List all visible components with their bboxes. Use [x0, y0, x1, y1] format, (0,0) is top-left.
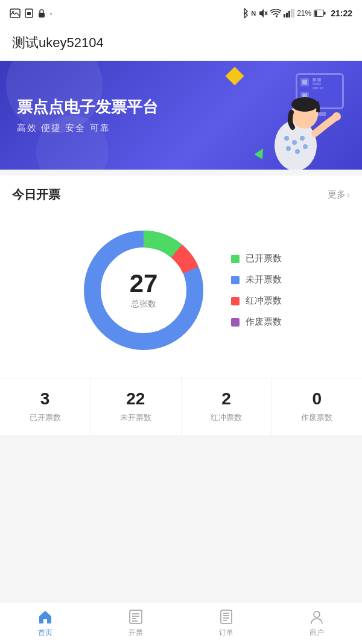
svg-point-49: [314, 611, 320, 617]
svg-rect-3: [27, 12, 31, 15]
image-icon: [10, 8, 21, 18]
order-icon: [218, 609, 234, 625]
stat-label-void: 作废票数: [272, 412, 362, 423]
donut-total: 27: [130, 271, 158, 296]
sim-icon: [24, 8, 34, 18]
stat-number-pending: 22: [91, 389, 180, 409]
status-bar-icons: ·: [10, 7, 52, 20]
mute-icon: [258, 8, 268, 18]
svg-point-24: [275, 120, 317, 170]
legend-label-void: 作废票数: [246, 316, 282, 328]
chart-legend: 已开票数 未开票数 红冲票数 作废票数: [231, 253, 282, 328]
stat-label-pending: 未开票数: [91, 412, 180, 423]
home-nav-icon: [37, 608, 54, 625]
svg-point-30: [303, 144, 308, 149]
svg-point-25: [284, 136, 289, 141]
svg-rect-14: [324, 12, 326, 15]
nfc-icon: N: [251, 10, 256, 17]
legend-dot-blue: [231, 276, 240, 284]
nav-item-merchant[interactable]: 商户: [272, 604, 362, 643]
svg-rect-10: [291, 9, 293, 18]
svg-rect-13: [315, 11, 317, 16]
nav-item-order[interactable]: 订单: [181, 604, 272, 643]
legend-label-red: 红冲票数: [246, 295, 282, 307]
bluetooth-icon: [240, 8, 249, 19]
signal-icon: [284, 9, 294, 18]
banner-subtitle: 高效 便捷 安全 可靠: [17, 123, 158, 134]
battery-icon: [314, 10, 326, 17]
svg-point-27: [300, 136, 305, 141]
svg-rect-8: [286, 13, 288, 18]
stat-number-void: 0: [272, 389, 362, 409]
stat-issued: 3 已开票数: [0, 378, 91, 435]
svg-rect-7: [284, 14, 285, 18]
stat-void: 0 作废票数: [272, 378, 362, 435]
donut-label: 总张数: [130, 299, 158, 310]
nav-label-order: 订单: [219, 628, 233, 638]
today-invoice-card: 今日开票 更多 ›: [0, 176, 362, 435]
stats-row: 3 已开票数 22 未开票数 2 红冲票数 0 作废票数: [0, 378, 362, 435]
svg-rect-9: [288, 11, 290, 18]
battery-text: 21%: [297, 9, 311, 18]
nav-label-merchant: 商户: [310, 628, 324, 638]
chart-area: 27 总张数 已开票数 未开票数 红冲票数: [0, 209, 362, 378]
status-bar: · N: [0, 0, 362, 27]
donut-center: 27 总张数: [130, 271, 158, 310]
stat-number-issued: 3: [0, 389, 90, 409]
svg-point-32: [291, 97, 318, 112]
donut-chart: 27 总张数: [74, 221, 213, 360]
nav-label-invoice: 开票: [129, 628, 143, 638]
svg-rect-4: [39, 13, 45, 18]
page-header: 测试ukey52104: [0, 27, 362, 61]
page-title: 测试ukey52104: [12, 34, 350, 52]
status-bar-right: N 21%: [240, 8, 352, 19]
time-display: 21:22: [331, 8, 352, 18]
legend-item-issued: 已开票数: [231, 253, 282, 264]
merchant-icon: [309, 609, 325, 625]
banner: 票点点电子发票平台 高效 便捷 安全 可靠: [0, 61, 362, 170]
svg-rect-11: [293, 9, 294, 18]
dot-separator: ·: [49, 7, 52, 20]
stat-red: 2 红冲票数: [182, 378, 272, 435]
nav-item-home[interactable]: 首页: [0, 604, 91, 643]
more-button[interactable]: 更多 ›: [328, 189, 350, 200]
svg-rect-44: [221, 610, 232, 623]
legend-item-void: 作废票数: [231, 316, 282, 328]
wifi-icon: [270, 9, 281, 18]
home-icon: [37, 609, 53, 625]
svg-point-28: [286, 146, 291, 151]
legend-label-issued: 已开票数: [246, 253, 282, 264]
legend-dot-green: [231, 255, 240, 263]
banner-title: 票点点电子发票平台: [17, 97, 158, 118]
svg-point-1: [12, 11, 14, 13]
svg-point-33: [332, 112, 341, 121]
stat-label-issued: 已开票数: [0, 412, 90, 423]
legend-item-red: 红冲票数: [231, 295, 282, 307]
order-nav-icon: [218, 608, 235, 625]
bottom-nav: 首页 开票 订单: [0, 602, 362, 644]
banner-text-block: 票点点电子发票平台 高效 便捷 安全 可靠: [17, 97, 158, 134]
banner-deco-yellow: [225, 66, 244, 85]
legend-label-pending: 未开票数: [246, 274, 282, 285]
legend-item-pending: 未开票数: [231, 274, 282, 285]
chevron-right-icon: ›: [347, 190, 350, 200]
nav-item-invoice[interactable]: 开票: [91, 604, 181, 643]
section-title: 今日开票: [12, 187, 60, 203]
stat-pending: 22 未开票数: [91, 378, 181, 435]
lock-icon: [37, 8, 46, 18]
svg-point-29: [295, 149, 300, 154]
legend-dot-red: [231, 297, 240, 305]
invoice-nav-icon: [127, 608, 144, 625]
merchant-nav-icon: [308, 608, 325, 625]
stat-number-red: 2: [182, 389, 272, 409]
section-header: 今日开票 更多 ›: [0, 176, 362, 209]
invoice-icon: [128, 609, 144, 625]
nav-label-home: 首页: [38, 628, 52, 638]
legend-dot-purple: [231, 318, 240, 327]
banner-illustration: [247, 73, 344, 170]
stat-label-red: 红冲票数: [182, 412, 272, 423]
svg-point-26: [292, 140, 297, 145]
